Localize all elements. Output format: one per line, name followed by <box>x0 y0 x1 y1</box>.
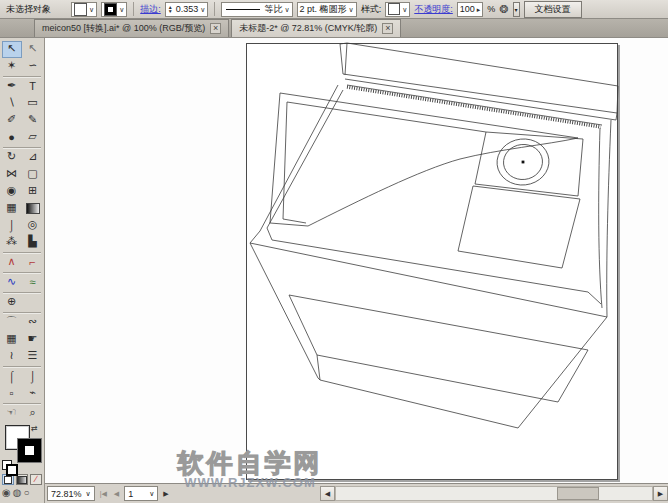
ink-dropper-tool[interactable]: ⌡ <box>23 368 43 385</box>
brush-definition-dropdown[interactable]: 2 pt. 椭圆形 ∨ <box>297 2 357 17</box>
toolbar-divider <box>3 252 41 253</box>
magic-wand-tool[interactable]: ✶ <box>2 58 22 75</box>
pencil-tool[interactable]: ✎ <box>23 112 43 129</box>
pen-tool[interactable]: ✒ <box>2 78 22 95</box>
chevron-down-icon: ∨ <box>86 490 91 498</box>
stack-tool[interactable]: ☰ <box>23 348 43 365</box>
none-mode-button[interactable]: ∕ <box>30 474 42 485</box>
tab-untitled-2[interactable]: 未标题-2* @ 72.81% (CMYK/轮廓) × <box>231 19 401 37</box>
tools-panel: ↖↖✶∽✒T∖▭✐✎●▱↻⊿⋈▢◉⊞▦⌡◎⁂▙∧⌐∿≈⊕ ⌒∾▦☛≀☰⌠⌡▫⌁☜… <box>0 38 45 503</box>
recolor-artwork-icon[interactable]: ❂ <box>499 4 508 15</box>
column-graph-tool[interactable]: ▙ <box>23 234 43 251</box>
liquify-tool[interactable]: ≈ <box>23 274 43 291</box>
style-label: 样式: <box>361 3 382 16</box>
gradient-tool[interactable] <box>23 200 43 217</box>
close-icon[interactable]: × <box>210 23 221 34</box>
width-profile-label: 等比 <box>264 3 282 16</box>
stroke-panel-link[interactable]: 描边: <box>140 3 161 16</box>
swap-fill-stroke-icon[interactable]: ⇄ <box>31 424 38 433</box>
hand-tool[interactable]: ☜ <box>2 405 22 422</box>
type-tool[interactable]: T <box>23 78 43 95</box>
stroke-color-box[interactable] <box>18 439 41 462</box>
washing-machine-wireframe <box>45 38 668 483</box>
canvas-area[interactable] <box>45 38 668 483</box>
fill-swatch <box>74 3 87 16</box>
mesh-hand-tool[interactable]: ☛ <box>23 331 43 348</box>
squiggle-tool[interactable]: ≀ <box>2 348 22 365</box>
status-bar: 72.81% ∨ |◀ ◀ 1 ∨ ▶ ◀ ▶ <box>45 483 668 503</box>
chevron-down-icon: ∨ <box>284 6 289 13</box>
opacity-panel-link[interactable]: 不透明度: <box>414 3 453 16</box>
shape-builder-tool[interactable]: ◉ <box>2 183 22 200</box>
fill-color-dropdown[interactable]: ∨ <box>71 2 97 17</box>
rotate-tool[interactable]: ↻ <box>2 149 22 166</box>
zoom-tool[interactable]: ⌕ <box>23 405 43 422</box>
no-selection-label: 未选择对象 <box>6 3 51 16</box>
eyedropper-tool[interactable]: ⌡ <box>2 217 22 234</box>
dial-center-dot <box>522 161 525 164</box>
measure-tool[interactable]: ⌠ <box>2 368 22 385</box>
chevron-down-icon: ∨ <box>149 490 154 498</box>
width-profile-dropdown[interactable]: 等比 ∨ <box>221 2 292 17</box>
horizontal-scrollbar[interactable]: ◀ ▶ <box>320 486 668 501</box>
fill-stroke-block: ⇄ <box>0 424 44 472</box>
stroke-weight-value: 0.353 <box>176 4 199 14</box>
scroll-left-icon[interactable]: ◀ <box>320 486 335 501</box>
blend-tool[interactable]: ◎ <box>23 217 43 234</box>
stroke-weight-field[interactable]: ▲▼ 0.353 ∨ <box>165 2 209 17</box>
perspective-grid-tool[interactable]: ⊞ <box>23 183 43 200</box>
frame-tool[interactable]: ▫ <box>2 385 22 402</box>
slice-tool[interactable]: ⌐ <box>23 254 43 271</box>
artboard-tool[interactable]: ∧ <box>2 254 22 271</box>
stroke-profile-icon <box>226 9 260 10</box>
chevron-down-icon: ∨ <box>349 6 354 13</box>
scrollbar-track[interactable] <box>335 486 653 501</box>
symbol-sprayer-tool[interactable]: ⁂ <box>2 234 22 251</box>
prev-artboard-button[interactable]: ◀ <box>112 490 121 498</box>
rotate-view-tool[interactable]: ⊕ <box>2 294 22 311</box>
grid-tool[interactable]: ▦ <box>2 331 22 348</box>
arc-warp-tool[interactable]: ⌒ <box>2 314 22 331</box>
width-tool[interactable]: ⋈ <box>2 166 22 183</box>
stepper-icon[interactable]: ▲▼ <box>168 5 173 13</box>
symbol-shift-tool[interactable]: ⌁ <box>23 385 43 402</box>
scroll-right-icon[interactable]: ▶ <box>653 486 668 501</box>
next-artboard-button[interactable]: ▶ <box>161 490 170 498</box>
empty-slot[interactable] <box>23 294 43 311</box>
opacity-unit: % <box>487 4 495 14</box>
stroke-color-dropdown[interactable]: ∨ <box>101 2 127 17</box>
opacity-field[interactable]: 100 ▸ <box>457 2 484 17</box>
scrollbar-thumb[interactable] <box>557 487 599 500</box>
chevron-right-icon: ▸ <box>477 6 481 13</box>
control-bar: 未选择对象 ∨ ∨ 描边: ▲▼ 0.353 ∨ 等比 ∨ 2 pt. 椭圆形 … <box>0 0 668 19</box>
default-stroke-icon[interactable] <box>6 464 18 476</box>
chevron-down-icon: ∨ <box>119 6 124 13</box>
tab-meicon50[interactable]: meicon50 [转换].ai* @ 100% (RGB/预览) × <box>34 19 229 37</box>
selection-tool[interactable]: ↖ <box>2 41 22 58</box>
paintbrush-tool[interactable]: ✐ <box>2 112 22 129</box>
direct-selection-tool[interactable]: ↖ <box>23 41 43 58</box>
draw-normal-icon[interactable]: ◉ <box>2 488 11 498</box>
close-icon[interactable]: × <box>382 23 393 34</box>
wave-warp-tool[interactable]: ∾ <box>23 314 43 331</box>
draw-inside-icon[interactable]: ○ <box>23 488 29 498</box>
scale-tool[interactable]: ⊿ <box>23 149 43 166</box>
rectangle-tool[interactable]: ▭ <box>23 95 43 112</box>
line-segment-tool[interactable]: ∖ <box>2 95 22 112</box>
warp-curve-tool[interactable]: ∿ <box>2 274 22 291</box>
toolbar-divider <box>3 403 41 404</box>
mesh-tool[interactable]: ▦ <box>2 200 22 217</box>
document-setup-button[interactable]: 文档设置 <box>524 1 582 18</box>
blob-brush-tool[interactable]: ● <box>2 129 22 146</box>
style-dropdown[interactable]: ∨ <box>385 2 410 17</box>
free-transform-tool[interactable]: ▢ <box>23 166 43 183</box>
first-artboard-button[interactable]: |◀ <box>98 490 109 498</box>
lasso-tool[interactable]: ∽ <box>23 58 43 75</box>
brush-label: 2 pt. 椭圆形 <box>300 3 347 16</box>
recolor-dropdown[interactable]: ▾ <box>513 2 520 17</box>
toolbar-divider <box>3 76 41 77</box>
zoom-level-dropdown[interactable]: 72.81% ∨ <box>47 486 95 501</box>
artboard-number-dropdown[interactable]: 1 ∨ <box>124 486 158 501</box>
eraser-tool[interactable]: ▱ <box>23 129 43 146</box>
draw-behind-icon[interactable]: ◍ <box>13 488 22 498</box>
